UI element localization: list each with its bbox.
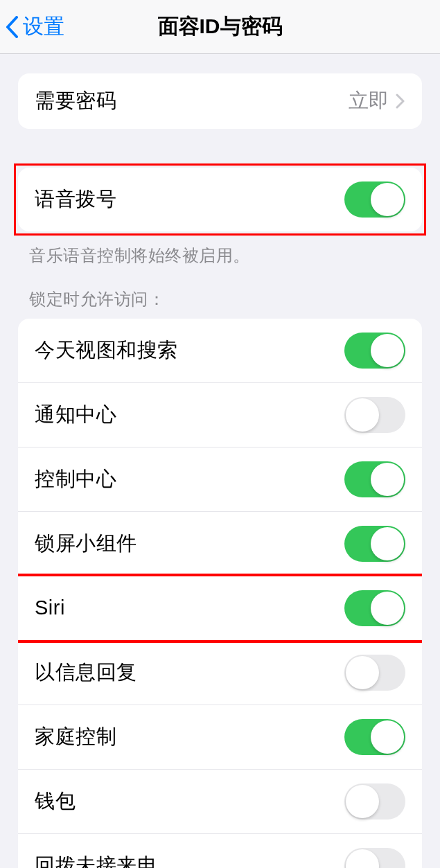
chevron-left-icon <box>6 16 19 38</box>
lock-access-toggle[interactable] <box>344 397 405 433</box>
lock-access-cell: Siri <box>18 576 422 641</box>
lock-access-cell: 今天视图和搜索 <box>18 319 422 383</box>
lock-access-toggle[interactable] <box>344 848 405 868</box>
voice-dial-group: 语音拨号 <box>18 168 422 231</box>
lock-access-cell: 回拨未接来电 <box>18 834 422 868</box>
lock-access-group: 今天视图和搜索通知中心控制中心锁屏小组件Siri以信息回复家庭控制钱包回拨未接来… <box>18 319 422 868</box>
lock-access-toggle[interactable] <box>344 655 405 691</box>
lock-access-toggle[interactable] <box>344 719 405 755</box>
voice-dial-footer: 音乐语音控制将始终被启用。 <box>0 236 440 267</box>
lock-access-cell: 控制中心 <box>18 448 422 512</box>
require-passcode-cell[interactable]: 需要密码 立即 <box>18 73 422 129</box>
lock-access-toggle[interactable] <box>344 526 405 562</box>
voice-dial-highlight: 语音拨号 <box>14 163 426 236</box>
lock-access-label: 家庭控制 <box>35 723 116 751</box>
lock-access-toggle[interactable] <box>344 461 405 497</box>
lock-access-label: 通知中心 <box>35 401 116 429</box>
lock-access-label: 控制中心 <box>35 466 116 493</box>
lock-access-label: 回拨未接来电 <box>35 852 157 868</box>
voice-dial-toggle[interactable] <box>344 181 405 218</box>
lock-access-cell: 通知中心 <box>18 383 422 448</box>
chevron-right-icon <box>396 94 405 109</box>
lock-access-toggle[interactable] <box>344 783 405 820</box>
voice-dial-cell: 语音拨号 <box>18 168 422 231</box>
lock-access-label: Siri <box>35 596 65 619</box>
lock-access-cell: 锁屏小组件 <box>18 512 422 576</box>
lock-access-toggle[interactable] <box>344 333 405 369</box>
require-passcode-value: 立即 <box>349 87 405 115</box>
lock-access-label: 锁屏小组件 <box>35 530 137 558</box>
lock-access-header: 锁定时允许访问： <box>0 288 440 319</box>
content-area: 需要密码 立即 语音拨号 音乐语音控制将始终被启用。 锁定时允许访问： 今天视图… <box>0 54 440 868</box>
lock-access-label: 钱包 <box>35 788 76 815</box>
lock-access-cell: 钱包 <box>18 770 422 834</box>
lock-access-cell: 家庭控制 <box>18 705 422 770</box>
lock-access-label: 今天视图和搜索 <box>35 337 178 364</box>
lock-access-cell: 以信息回复 <box>18 641 422 705</box>
voice-dial-label: 语音拨号 <box>35 186 116 213</box>
back-label: 设置 <box>23 12 64 41</box>
back-button[interactable]: 设置 <box>6 12 64 41</box>
lock-access-toggle[interactable] <box>344 590 405 626</box>
require-passcode-label: 需要密码 <box>35 87 116 115</box>
require-passcode-group: 需要密码 立即 <box>18 73 422 129</box>
page-title: 面容ID与密码 <box>158 12 283 41</box>
navigation-header: 设置 面容ID与密码 <box>0 0 440 54</box>
lock-access-label: 以信息回复 <box>35 659 137 687</box>
